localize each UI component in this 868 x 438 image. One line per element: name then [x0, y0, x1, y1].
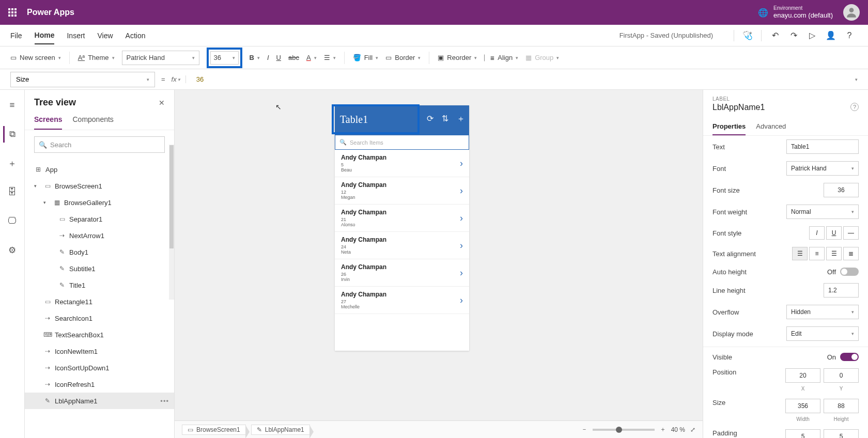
gallery-item[interactable]: Andy Champan27Mechelle›: [335, 287, 469, 314]
strikethrough-button[interactable]: abc: [288, 54, 299, 61]
zoom-out-icon[interactable]: －: [581, 425, 587, 434]
fill-button[interactable]: 🪣 Fill▾: [353, 54, 379, 61]
insert-icon[interactable]: ＋: [4, 155, 21, 171]
tree-node-app[interactable]: ⊞App: [25, 161, 174, 178]
tree-node-rectangle[interactable]: ▭Rectangle11: [25, 293, 174, 310]
media-icon[interactable]: 🖵: [4, 213, 21, 229]
help-icon[interactable]: ?: [841, 27, 858, 44]
fit-screen-icon[interactable]: ⤢: [690, 426, 695, 433]
chevron-down-icon[interactable]: ▾: [43, 200, 50, 205]
phone-preview[interactable]: Table1 ⟳ ⇅ ＋ 🔍Search Items Andy Champan5…: [335, 105, 469, 351]
help-icon[interactable]: ?: [850, 103, 859, 111]
chevron-right-icon[interactable]: ›: [460, 240, 463, 251]
align-right-button[interactable]: ☰: [826, 247, 842, 260]
prop-font-dropdown[interactable]: Patrick Hand▾: [786, 161, 859, 176]
zoom-in-icon[interactable]: ＋: [660, 425, 666, 434]
formula-expand-icon[interactable]: ▾: [855, 77, 858, 82]
tree-node-lblappname[interactable]: ✎LblAppName1•••: [25, 393, 174, 409]
tree-node-nextarrow[interactable]: ⇢NextArrow1: [25, 227, 174, 244]
menu-file[interactable]: File: [10, 27, 22, 44]
tree-node-separator[interactable]: ▭Separator1: [25, 211, 174, 227]
font-size-dropdown[interactable]: 36▾: [210, 51, 239, 65]
tree-scrollbar[interactable]: [169, 145, 174, 300]
chevron-right-icon[interactable]: ›: [460, 268, 463, 278]
tab-screens[interactable]: Screens: [34, 112, 62, 130]
hamburger-icon[interactable]: ≡: [4, 97, 21, 114]
prop-text-input[interactable]: Table1: [786, 139, 859, 154]
tab-advanced[interactable]: Advanced: [756, 119, 786, 135]
tree-search-input[interactable]: 🔍 Search: [34, 136, 165, 153]
waffle-icon[interactable]: [8, 8, 17, 17]
prop-lineheight-input[interactable]: 1.2: [824, 283, 859, 298]
new-screen-button[interactable]: ▭ New screen ▾: [10, 54, 61, 61]
font-dropdown[interactable]: Patrick Hand▾: [122, 51, 199, 65]
share-icon[interactable]: 👤: [823, 27, 839, 44]
prop-y-input[interactable]: 0: [824, 368, 859, 383]
tree-view-icon[interactable]: ⧉: [3, 126, 20, 143]
zoom-slider[interactable]: [593, 429, 655, 431]
prop-padbottom-input[interactable]: 5: [824, 429, 859, 438]
add-icon[interactable]: ＋: [457, 114, 465, 124]
theme-button[interactable]: Aª Theme ▾: [78, 54, 115, 61]
align-center-button[interactable]: ≡: [809, 247, 825, 260]
tab-components[interactable]: Components: [72, 112, 113, 130]
menu-insert[interactable]: Insert: [67, 27, 85, 44]
align-left-button[interactable]: ☰: [792, 247, 808, 260]
prop-height-input[interactable]: 88: [824, 399, 859, 413]
chevron-down-icon[interactable]: ▾: [34, 183, 40, 189]
play-icon[interactable]: ▷: [804, 27, 820, 44]
refresh-icon[interactable]: ⟳: [427, 114, 433, 124]
border-button[interactable]: ▭ Border▾: [385, 54, 421, 61]
more-icon[interactable]: •••: [160, 397, 169, 405]
visible-toggle[interactable]: [840, 353, 859, 361]
style-italic-button[interactable]: I: [809, 226, 825, 240]
tree-node-gallery[interactable]: ▾▦BrowseGallery1: [25, 194, 174, 211]
data-icon[interactable]: 🗄: [4, 184, 21, 200]
close-icon[interactable]: ✕: [159, 99, 165, 107]
tree-node-searchicon[interactable]: ⇢SearchIcon1: [25, 310, 174, 326]
prop-fontsize-input[interactable]: 36: [824, 183, 859, 197]
lblappname-control[interactable]: Table1: [335, 107, 416, 131]
prop-overflow-dropdown[interactable]: Hidden▾: [786, 305, 859, 319]
canvas-stage[interactable]: ↖ Table1 ⟳ ⇅ ＋ 🔍Search Items Andy Champa…: [175, 90, 703, 420]
user-avatar[interactable]: [843, 4, 860, 21]
sort-icon[interactable]: ⇅: [442, 114, 448, 124]
gallery-item[interactable]: Andy Champan5Beau›: [335, 150, 469, 177]
property-selector[interactable]: Size▾: [10, 72, 155, 87]
gallery-item[interactable]: Andy Champan26Irvin›: [335, 259, 469, 287]
prop-width-input[interactable]: 356: [785, 399, 820, 413]
gallery-item[interactable]: Andy Champan21Alonso›: [335, 205, 469, 232]
prop-x-input[interactable]: 20: [785, 368, 820, 383]
environment-picker[interactable]: 🌐 Environment enayu.com (default): [758, 5, 833, 20]
gallery-item[interactable]: Andy Champan12Megan›: [335, 177, 469, 205]
underline-button[interactable]: U: [276, 54, 281, 61]
app-checker-icon[interactable]: 🩺: [739, 27, 756, 44]
fx-label[interactable]: fx▾: [172, 75, 186, 83]
prop-displaymode-dropdown[interactable]: Edit▾: [786, 326, 859, 341]
reorder-button[interactable]: ▣ Reorder▾: [438, 54, 477, 61]
chevron-right-icon[interactable]: ›: [460, 295, 463, 306]
bold-button[interactable]: B▾: [250, 54, 260, 61]
font-color-button[interactable]: A▾: [306, 54, 317, 61]
breadcrumb-screen[interactable]: ▭BrowseScreen1: [182, 425, 246, 435]
advanced-tools-icon[interactable]: ⚙: [4, 242, 21, 258]
prop-padtop-input[interactable]: 5: [785, 429, 820, 438]
align-justify-button[interactable]: ≣: [843, 247, 859, 260]
chevron-right-icon[interactable]: ›: [460, 158, 463, 169]
menu-action[interactable]: Action: [126, 27, 146, 44]
menu-home[interactable]: Home: [35, 27, 55, 44]
tab-properties[interactable]: Properties: [712, 119, 746, 135]
tree-node-textsearchbox[interactable]: ⌨TextSearchBox1: [25, 326, 174, 343]
chevron-right-icon[interactable]: ›: [460, 185, 463, 196]
align-button[interactable]: ⎸☰ Align▾: [484, 54, 518, 62]
tree-node-iconrefresh[interactable]: ⇢IconRefresh1: [25, 376, 174, 393]
menu-view[interactable]: View: [97, 27, 113, 44]
undo-icon[interactable]: ↶: [767, 27, 783, 44]
style-underline-button[interactable]: U: [826, 226, 842, 240]
prop-fontweight-dropdown[interactable]: Normal▾: [786, 205, 859, 219]
tree-node-subtitle[interactable]: ✎Subtitle1: [25, 260, 174, 277]
paragraph-align-button[interactable]: ☰▾: [324, 54, 336, 61]
tree-node-iconsort[interactable]: ⇢IconSortUpDown1: [25, 359, 174, 376]
tree-node-body[interactable]: ✎Body1: [25, 244, 174, 260]
tree-node-screen[interactable]: ▾▭BrowseScreen1: [25, 178, 174, 194]
